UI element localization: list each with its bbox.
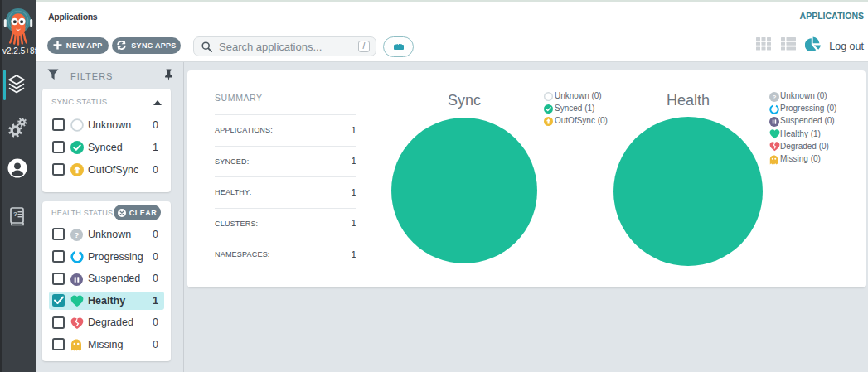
- svg-text:?: ?: [773, 93, 777, 100]
- svg-text:?: ?: [75, 230, 80, 239]
- svg-text:?: ?: [13, 210, 17, 218]
